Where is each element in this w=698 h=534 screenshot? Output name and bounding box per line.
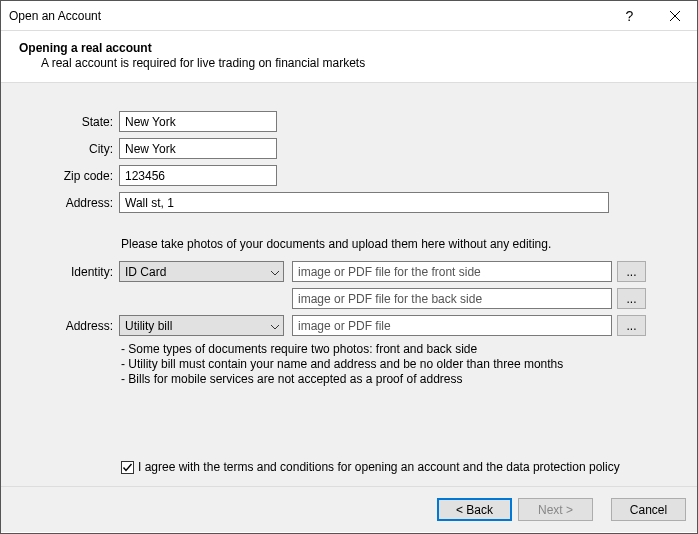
identity-back-file-input[interactable]: image or PDF file for the back side bbox=[292, 288, 612, 309]
address-input[interactable] bbox=[119, 192, 609, 213]
address-doc-type-value: Utility bill bbox=[125, 319, 172, 333]
note-3: - Bills for mobile services are not acce… bbox=[121, 372, 697, 387]
notes: - Some types of documents require two ph… bbox=[121, 342, 697, 387]
chevron-down-icon bbox=[271, 319, 279, 333]
identity-front-browse-button[interactable]: ... bbox=[617, 261, 646, 282]
address-doc-label: Address: bbox=[1, 319, 119, 333]
window-title: Open an Account bbox=[9, 9, 607, 23]
identity-label: Identity: bbox=[1, 265, 119, 279]
identity-doc-type-select[interactable]: ID Card bbox=[119, 261, 284, 282]
city-input[interactable] bbox=[119, 138, 277, 159]
check-icon bbox=[122, 462, 133, 473]
back-button[interactable]: < Back bbox=[437, 498, 512, 521]
state-label: State: bbox=[1, 115, 119, 129]
page-heading: Opening a real account bbox=[19, 41, 679, 55]
note-1: - Some types of documents require two ph… bbox=[121, 342, 697, 357]
content-area: State: City: Zip code: Address: Please t… bbox=[1, 82, 697, 532]
address-doc-browse-button[interactable]: ... bbox=[617, 315, 646, 336]
close-icon bbox=[670, 11, 680, 21]
identity-doc-type-value: ID Card bbox=[125, 265, 166, 279]
cancel-button[interactable]: Cancel bbox=[611, 498, 686, 521]
agree-checkbox[interactable] bbox=[121, 461, 134, 474]
address-label: Address: bbox=[1, 196, 119, 210]
agree-label: I agree with the terms and conditions fo… bbox=[138, 460, 620, 474]
button-bar: < Back Next > Cancel bbox=[1, 486, 697, 521]
page-subheading: A real account is required for live trad… bbox=[41, 56, 679, 70]
address-doc-type-select[interactable]: Utility bill bbox=[119, 315, 284, 336]
zip-input[interactable] bbox=[119, 165, 277, 186]
help-button[interactable]: ? bbox=[607, 1, 652, 31]
chevron-down-icon bbox=[271, 265, 279, 279]
next-button[interactable]: Next > bbox=[518, 498, 593, 521]
close-button[interactable] bbox=[652, 1, 697, 31]
note-2: - Utility bill must contain your name an… bbox=[121, 357, 697, 372]
title-bar: Open an Account ? bbox=[1, 1, 697, 31]
state-input[interactable] bbox=[119, 111, 277, 132]
city-label: City: bbox=[1, 142, 119, 156]
upload-instructions: Please take photos of your documents and… bbox=[121, 237, 697, 251]
address-doc-file-input[interactable]: image or PDF file bbox=[292, 315, 612, 336]
agree-row: I agree with the terms and conditions fo… bbox=[121, 460, 620, 474]
identity-back-browse-button[interactable]: ... bbox=[617, 288, 646, 309]
header: Opening a real account A real account is… bbox=[1, 31, 697, 82]
zip-label: Zip code: bbox=[1, 169, 119, 183]
identity-front-file-input[interactable]: image or PDF file for the front side bbox=[292, 261, 612, 282]
